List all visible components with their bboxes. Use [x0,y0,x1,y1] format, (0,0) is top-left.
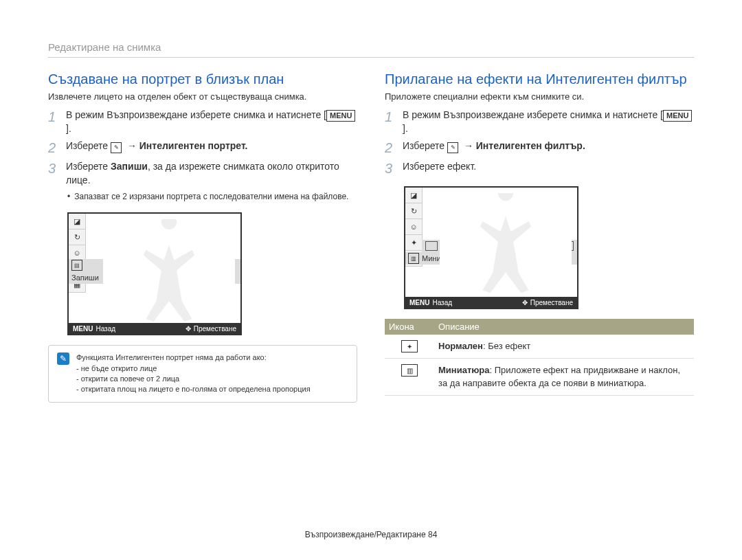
text: : Без ефект [483,341,530,351]
left-step-3: 3 Изберете Запиши, за да изрежете снимка… [48,160,357,187]
edit-mode-icon: ✎ [447,142,458,153]
cell-desc: Нормален: Без ефект [434,335,694,358]
left-section-title: Създаване на портрет в близък план [48,71,357,87]
text: В режим Възпроизвеждане изберете снимка … [403,109,663,120]
columns: Създаване на портрет в близък план Извле… [48,71,694,403]
info-item: откритата площ на лицето е по-голяма от … [76,384,311,394]
normal-effect-icon: ✦ [401,340,418,352]
left-step-1: 1 В режим Възпроизвеждане изберете снимк… [48,109,357,135]
rotate-icon: ↻ [69,229,85,245]
info-item: не бъде открито лице [76,363,311,374]
bold-text: Миниатюра [438,365,490,375]
step-text: Изберете Запиши, за да изрежете снимката… [66,160,357,187]
page-header: Редактиране на снимка [48,41,694,58]
text: ]. [66,123,71,134]
filter-thumb [425,241,438,251]
screenshot-label-text: Запиши [71,273,99,282]
silhouette-image [103,219,235,322]
back-label: Назад [432,299,452,306]
right-step-1: 1 В режим Възпроизвеждане изберете снимк… [385,109,694,135]
move-label: Преместване [194,325,236,333]
column-left: Създаване на портрет в близък план Извле… [48,71,357,403]
text: Изберете [403,140,447,151]
step-number: 2 [48,139,59,156]
col-header-desc: Описание [434,319,694,335]
left-camera-screenshot: ◪ ↻ ☺ ✦ ▦ ▤ Запиши MENU Назад ✥ Преместв… [67,212,242,335]
info-note-box: ✎ Функцията Интелигентен портрет няма да… [48,345,357,403]
text: Изберете [66,140,111,151]
miniature-effect-icon: ▥ [401,364,418,377]
right-subtitle: Приложете специални ефекти към снимките … [385,91,694,102]
silhouette-image [440,193,572,295]
left-subtitle: Извлечете лицето на отделен обект от същ… [48,91,357,102]
text: ]. [403,123,408,134]
resize-icon: ◪ [405,188,422,203]
step-text: В режим Възпроизвеждане изберете снимка … [403,109,694,135]
bold-text: Нормален [438,341,483,351]
table-row: ✦ Нормален: Без ефект [385,335,694,359]
info-title: Функцията Интелигентен портрет няма да р… [76,352,311,363]
back-label: Назад [95,325,115,333]
step-text: Изберете ✎ → Интелигентен филтър. [403,139,694,156]
menu-label: MENU [73,325,93,333]
portrait-icon: ☺ [405,219,422,235]
column-right: Прилагане на ефекти на Интелигентен филт… [385,71,694,403]
right-section-title: Прилагане на ефекти на Интелигентен филт… [385,71,694,87]
screenshot-footer: MENU Назад ✥ Преместване [69,323,240,334]
cell-icon: ▥ [385,359,434,382]
screenshot-footer: MENU Назад ✥ Преместване [405,297,577,308]
text: В режим Възпроизвеждане изберете снимка … [66,109,326,120]
left-bullet: Запазват се 2 изрязани портрета с послед… [67,191,357,203]
move-label: Преместване [530,299,573,306]
menu-label: MENU [409,299,429,306]
edit-mode-icon: ✎ [111,142,122,153]
bullet-text: Запазват се 2 изрязани портрета с послед… [74,191,348,203]
step-text: Изберете ✎ → Интелигентен портрет. [66,139,357,156]
doc-icon: ▤ [71,260,82,271]
table-row: ▥ Миниатюра: Приложете ефект на придвижв… [385,359,694,395]
step-number: 3 [48,160,59,187]
text: Изберете [66,161,111,172]
left-step-2: 2 Изберете ✎ → Интелигентен портрет. [48,139,357,156]
right-camera-screenshot: ◪ ↻ ☺ ✦ ▦ ▥ Миниатюра [404,186,578,309]
miniature-icon: ▥ [408,253,419,264]
info-item: открити са повече от 2 лица [76,374,311,384]
menu-button-label: MENU [663,110,692,122]
step-number: 1 [385,109,396,135]
rotate-icon: ↻ [405,203,422,219]
table-header: Икона Описание [385,319,694,335]
filter-icon: ✦ [405,235,422,251]
step-text: Изберете ефект. [403,160,694,177]
menu-button-label: MENU [326,110,355,122]
right-step-2: 2 Изберете ✎ → Интелигентен филтър. [385,139,694,156]
effects-table: Икона Описание ✦ Нормален: Без ефект ▥ М… [385,319,694,396]
right-step-3: 3 Изберете ефект. [385,160,694,177]
info-lines: Функцията Интелигентен портрет няма да р… [76,352,311,395]
page-footer: Възпроизвеждане/Редактиране 84 [0,530,742,539]
step-number: 1 [48,109,59,135]
note-icon: ✎ [57,352,69,365]
bold-text: → Интелигентен портрет. [127,140,248,151]
resize-icon: ◪ [69,214,85,229]
step-text: В режим Възпроизвеждане изберете снимка … [66,109,357,135]
bold-text: Запиши [111,161,148,172]
cell-desc: Миниатюра: Приложете ефект на придвижван… [434,359,694,394]
step-number: 2 [385,139,396,156]
col-header-icon: Икона [385,319,434,335]
cell-icon: ✦ [385,335,434,358]
bold-text: → Интелигентен филтър. [464,140,585,151]
step-number: 3 [385,160,396,177]
